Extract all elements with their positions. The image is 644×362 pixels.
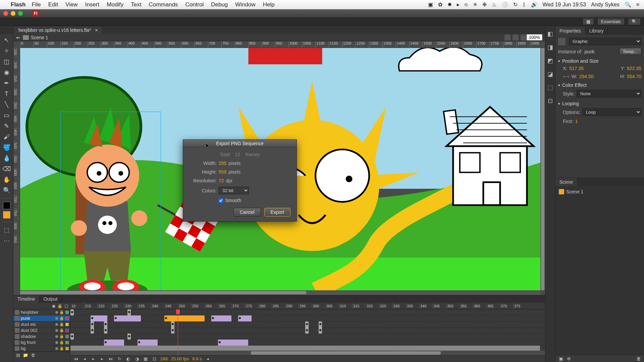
menuextra-icon[interactable]: ✸ bbox=[447, 1, 452, 8]
layout-button[interactable]: ▦ bbox=[583, 18, 594, 25]
export-png-dialog[interactable]: Export PNG Sequence Total 12 frames Widt… bbox=[183, 139, 297, 222]
frame-tick[interactable]: 365 bbox=[486, 303, 500, 309]
frame-tick[interactable]: 240 bbox=[151, 303, 164, 309]
onion-outline-icon[interactable]: ◑ bbox=[134, 356, 140, 362]
free-transform-tool-icon[interactable]: ◫ bbox=[2, 57, 11, 66]
play-icon[interactable]: ▸ bbox=[91, 356, 96, 362]
tab-timeline[interactable]: Timeline bbox=[13, 295, 39, 303]
window-titlebar[interactable]: Fl bbox=[0, 9, 644, 17]
document-tab[interactable]: hexjibber vs spike-u v16 letters.fla* × bbox=[13, 26, 103, 34]
scene-item[interactable]: Scene 1 bbox=[555, 188, 644, 195]
frame-tick[interactable]: 335 bbox=[406, 303, 419, 309]
visibility-toggle[interactable] bbox=[55, 347, 58, 350]
current-frame[interactable]: 249 bbox=[160, 356, 168, 361]
selection-tool-icon[interactable]: ↖ bbox=[2, 36, 11, 45]
frame-row[interactable] bbox=[70, 334, 545, 340]
outline-swatch[interactable] bbox=[65, 341, 69, 344]
delete-layer-icon[interactable]: 🗑 bbox=[30, 353, 36, 358]
menu-insert[interactable]: Insert bbox=[85, 1, 100, 8]
layer-row[interactable]: dust etc 🔒 bbox=[13, 321, 70, 327]
outline-swatch[interactable] bbox=[65, 347, 69, 350]
instance-type-select[interactable]: Graphic bbox=[569, 38, 641, 45]
delete-scene-icon[interactable]: 🗑 bbox=[636, 356, 641, 361]
center-frame-icon[interactable]: ⊡ bbox=[152, 356, 157, 362]
layer-name[interactable]: dust etc bbox=[21, 322, 54, 327]
frame-tick[interactable]: 250 bbox=[178, 303, 191, 309]
visibility-toggle[interactable] bbox=[55, 317, 58, 320]
clock[interactable]: Wed 19 Jun 19:53 bbox=[543, 2, 586, 8]
menu-control[interactable]: Control bbox=[185, 1, 204, 8]
frame-tick[interactable]: 260 bbox=[205, 303, 218, 309]
zoom-level[interactable]: 100% bbox=[527, 34, 542, 41]
stroke-swatch[interactable] bbox=[3, 202, 10, 209]
color-style-select[interactable]: None bbox=[577, 90, 641, 98]
visibility-toggle[interactable] bbox=[55, 323, 58, 326]
frame-ruler[interactable]: 1021522022523023524024525025526026527027… bbox=[70, 303, 545, 309]
pen-tool-icon[interactable]: ✒ bbox=[2, 79, 11, 87]
lock-toggle[interactable]: 🔒 bbox=[59, 328, 64, 333]
frame-tick[interactable]: 360 bbox=[473, 303, 486, 309]
subselection-tool-icon[interactable]: ✧ bbox=[2, 47, 11, 55]
panel-icon[interactable]: ◪ bbox=[547, 70, 553, 78]
menuextra-icon[interactable]: ▸ bbox=[457, 1, 460, 8]
outline-swatch[interactable] bbox=[65, 323, 69, 326]
stage-scrollbar-horizontal[interactable] bbox=[20, 290, 540, 295]
panel-icon[interactable]: ◧ bbox=[547, 30, 553, 38]
frame-tick[interactable]: 330 bbox=[392, 303, 406, 309]
hand-tool-icon[interactable]: ✋ bbox=[2, 175, 11, 184]
frame-tick[interactable]: 340 bbox=[419, 303, 433, 309]
layer-name[interactable]: hexjibber bbox=[21, 310, 54, 315]
zoom-icon[interactable] bbox=[18, 11, 23, 16]
loop-icon[interactable]: ↻ bbox=[117, 356, 122, 362]
frame-tick[interactable]: 235 bbox=[138, 303, 151, 309]
menu-edit[interactable]: Edit bbox=[48, 1, 58, 8]
frame-tick[interactable]: 230 bbox=[124, 303, 138, 309]
new-layer-icon[interactable]: ▤ bbox=[15, 353, 21, 358]
y-field[interactable]: 622.35 bbox=[627, 66, 641, 71]
lock-toggle[interactable]: 🔒 bbox=[59, 334, 64, 339]
visibility-toggle[interactable] bbox=[55, 329, 58, 332]
frame-tick[interactable]: 370 bbox=[500, 303, 513, 309]
eyedropper-tool-icon[interactable]: 💧 bbox=[2, 154, 11, 163]
layer-row[interactable]: punk 🔒 bbox=[13, 315, 70, 321]
layer-name[interactable]: punk bbox=[21, 316, 54, 321]
zoom-tool-icon[interactable]: 🔍 bbox=[2, 186, 11, 195]
layer-name[interactable]: bg bbox=[21, 346, 54, 351]
frame-tick[interactable]: 285 bbox=[272, 303, 285, 309]
outline-swatch[interactable] bbox=[65, 335, 69, 338]
edit-multi-icon[interactable]: ▦ bbox=[143, 356, 148, 362]
export-button[interactable]: Export bbox=[264, 208, 290, 217]
frame-row[interactable] bbox=[70, 340, 545, 346]
tab-output[interactable]: Output bbox=[39, 295, 62, 303]
frame-scrollbar[interactable] bbox=[70, 351, 545, 355]
menu-debug[interactable]: Debug bbox=[211, 1, 228, 8]
frame-tick[interactable]: 320 bbox=[366, 303, 379, 309]
step-fwd-icon[interactable]: ▸ bbox=[99, 356, 105, 362]
fps[interactable]: 25.00 fps bbox=[171, 356, 189, 361]
frame-tick[interactable]: 325 bbox=[379, 303, 392, 309]
resolution-field[interactable]: 72 bbox=[219, 178, 224, 183]
panel-icon[interactable]: ⬚ bbox=[547, 84, 553, 91]
tab-properties[interactable]: Properties bbox=[555, 27, 585, 35]
frame-tick[interactable]: 295 bbox=[299, 303, 312, 309]
text-tool-icon[interactable]: T bbox=[2, 89, 11, 98]
lock-toggle[interactable]: 🔒 bbox=[59, 310, 64, 314]
section-position[interactable]: ▾Position and Size bbox=[558, 58, 641, 64]
link-wh-icon[interactable]: ⟷ bbox=[563, 74, 570, 79]
playhead[interactable] bbox=[178, 309, 178, 355]
snap-option-icon[interactable]: ⬚ bbox=[2, 226, 11, 234]
paint-bucket-tool-icon[interactable]: 🪣 bbox=[2, 143, 11, 152]
frame-tick[interactable]: 305 bbox=[325, 303, 339, 309]
w-field[interactable]: 294.50 bbox=[579, 74, 594, 79]
brush-tool-icon[interactable]: 🖌 bbox=[2, 132, 11, 141]
menuextra-icon[interactable]: ✿ bbox=[438, 1, 442, 8]
volume-icon[interactable]: 🔊 bbox=[531, 1, 538, 8]
frame-tick[interactable]: 355 bbox=[460, 303, 473, 309]
menu-commands[interactable]: Commands bbox=[149, 1, 178, 8]
wifi-icon[interactable]: ⚪ bbox=[501, 1, 508, 8]
frame-tick[interactable]: 310 bbox=[339, 303, 352, 309]
frame-tick[interactable]: 300 bbox=[312, 303, 325, 309]
frame-tick[interactable]: 215 bbox=[84, 303, 97, 309]
layer-row[interactable]: hexjibber 🔒 bbox=[13, 309, 70, 315]
height-field[interactable]: 559 bbox=[219, 169, 226, 175]
